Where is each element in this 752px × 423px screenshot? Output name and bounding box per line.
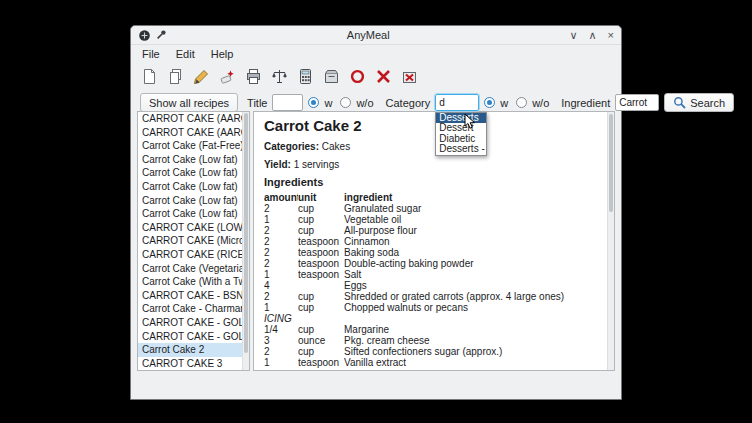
menu-item[interactable]: Help (204, 47, 241, 61)
recipe-list-item[interactable]: CARROT CAKE - GOLDBECK (138, 330, 242, 344)
recipe-list-item[interactable]: Carrot Cake (Low fat) (138, 180, 242, 194)
scale-button[interactable] (270, 67, 289, 86)
red-circle-button[interactable] (348, 67, 367, 86)
category-suggestion-item[interactable]: Desserts (436, 113, 486, 123)
recipe-view-scrollbar-handle[interactable] (609, 114, 613, 212)
category-suggestion-item[interactable]: Dessert (436, 123, 486, 133)
recipe-list-item[interactable]: Carrot Cake (With a Twist) (138, 275, 242, 289)
category-filter-input[interactable] (435, 94, 479, 111)
print-button[interactable] (244, 67, 263, 86)
category-filter-label: Category (386, 97, 431, 109)
menu-bar: FileEditHelp (131, 45, 621, 63)
recipe-list-item[interactable]: CARROT CAKE (AARGAU) (138, 126, 242, 140)
yield-label: Yield: (264, 159, 291, 170)
ingredient-row: 1 cup Vegetable oil (264, 214, 604, 225)
categories-value: Cakes (322, 141, 350, 152)
screen: AnyMeal ∨ ∧ × FileEditHelp (0, 0, 752, 423)
ingredient-amount: 2 (264, 203, 298, 214)
ingredient-name: Margarine (344, 324, 604, 335)
title-filter-input[interactable] (272, 94, 303, 111)
ingredient-filter-input[interactable] (615, 94, 659, 111)
ingredient-name: Baking soda (344, 247, 604, 258)
category-without-label: w/o (532, 97, 549, 109)
ingredient-unit (298, 280, 344, 291)
ingredient-unit: teaspoon (298, 357, 344, 368)
recipe-list-item[interactable]: Carrot Cake (Low fat) (138, 194, 242, 208)
pin-icon (155, 29, 167, 41)
ingredient-amount: 1 (264, 302, 298, 313)
menu-item[interactable]: Edit (169, 47, 202, 61)
ingredient-name: All-purpose flour (344, 225, 604, 236)
delete-button[interactable] (374, 67, 393, 86)
erase-button[interactable] (218, 67, 237, 86)
recipe-list-scrollbar-handle[interactable] (244, 113, 248, 353)
ingredient-name: Salt (344, 269, 604, 280)
ingredient-name: Chopped walnuts or pecans (344, 302, 604, 313)
ingredient-row: 1 teaspoon Salt (264, 269, 604, 280)
recipe-list-item[interactable]: CARROT CAKE - BSNX01A (138, 289, 242, 303)
recipe-list-item[interactable]: CARROT CAKE - GOLDBECK (138, 316, 242, 330)
purge-button[interactable] (400, 67, 419, 86)
app-icon (138, 29, 151, 42)
ingredient-unit: cup (298, 291, 344, 302)
title-without-radio[interactable] (340, 97, 351, 108)
ingredient-unit: cup (298, 214, 344, 225)
recipe-list-item[interactable]: Carrot Cake (Low fat) (138, 166, 242, 180)
ingredient-row: 2 teaspoon Baking soda (264, 247, 604, 258)
recipe-list-item[interactable]: CARROT CAKE 3 (138, 357, 242, 371)
new-document-button[interactable] (140, 67, 159, 86)
search-button[interactable]: Search (664, 93, 734, 112)
title-bar[interactable]: AnyMeal ∨ ∧ × (131, 26, 621, 45)
yield-value: 1 servings (294, 159, 340, 170)
search-icon (673, 96, 686, 109)
recipe-view-scrollbar[interactable] (607, 112, 614, 370)
ingredient-unit: ounce (298, 335, 344, 346)
ingredient-name: Eggs (344, 280, 604, 291)
recipe-content: Carrot Cake 2 Categories: Cakes Yield: 1… (254, 112, 614, 368)
recipe-list-item[interactable]: Carrot Cake (Fat-Free) (138, 139, 242, 153)
categories-label: Categories: (264, 141, 319, 152)
category-suggestion-item[interactable]: Desserts - (436, 144, 486, 154)
show-all-recipes-button[interactable]: Show all recipes (140, 93, 238, 112)
category-suggestion-item[interactable]: Diabetic (436, 134, 486, 144)
close-button[interactable]: × (608, 30, 614, 41)
ingredient-amount: 1/4 (264, 324, 298, 335)
category-without-radio[interactable] (516, 97, 527, 108)
calculator-button[interactable] (296, 67, 315, 86)
category-with-radio[interactable] (484, 97, 495, 108)
recipe-list-item[interactable]: Carrot Cake - Charmane An... (138, 302, 242, 316)
card-box-icon (323, 68, 340, 85)
filter-bar: Show all recipes Title w w/o Category De… (131, 90, 621, 115)
recipe-list-item[interactable]: Carrot Cake (Low fat) (138, 207, 242, 221)
card-box-button[interactable] (322, 67, 341, 86)
ingredient-unit: cup (298, 225, 344, 236)
recipe-list-item[interactable]: CARROT CAKE (LOW FAT) (138, 221, 242, 235)
red-circle-icon (349, 68, 366, 85)
ingredient-name: Vanilla extract (344, 357, 604, 368)
amount-column-header: amount (264, 192, 298, 203)
recipe-list-scrollbar[interactable] (242, 112, 249, 370)
ingredient-unit: teaspoon (298, 258, 344, 269)
recipe-title: Carrot Cake 2 (264, 117, 604, 135)
shade-button[interactable]: ∨ (569, 30, 577, 41)
menu-item[interactable]: File (135, 47, 167, 61)
ingredient-row: 2 teaspoon Double-acting baking powder (264, 258, 604, 269)
red-cross-box-icon (401, 68, 418, 85)
ingredient-amount: 2 (264, 346, 298, 357)
recipe-list-item[interactable]: Carrot Cake (Vegetarian) (138, 262, 242, 276)
maximize-button[interactable]: ∧ (589, 30, 597, 41)
edit-button[interactable] (192, 67, 211, 86)
ingredient-amount: 4 (264, 280, 298, 291)
recipe-list-item[interactable]: CARROT CAKE (Microwave) (138, 234, 242, 248)
documents-button[interactable] (166, 67, 185, 86)
recipe-list-item[interactable]: Carrot Cake (Low fat) (138, 153, 242, 167)
documents-icon (167, 68, 184, 85)
toolbar (131, 63, 621, 90)
scale-icon (271, 68, 288, 85)
title-with-radio[interactable] (308, 97, 319, 108)
ingredient-row: 2 teaspoon Cinnamon (264, 236, 604, 247)
recipe-list-item[interactable]: Carrot Cake 2 (138, 343, 242, 357)
ingredient-amount: 2 (264, 258, 298, 269)
recipe-list-item[interactable]: CARROT CAKE (RICE) (138, 248, 242, 262)
ingredient-row: 2 cup Shredded or grated carrots (approx… (264, 291, 604, 302)
